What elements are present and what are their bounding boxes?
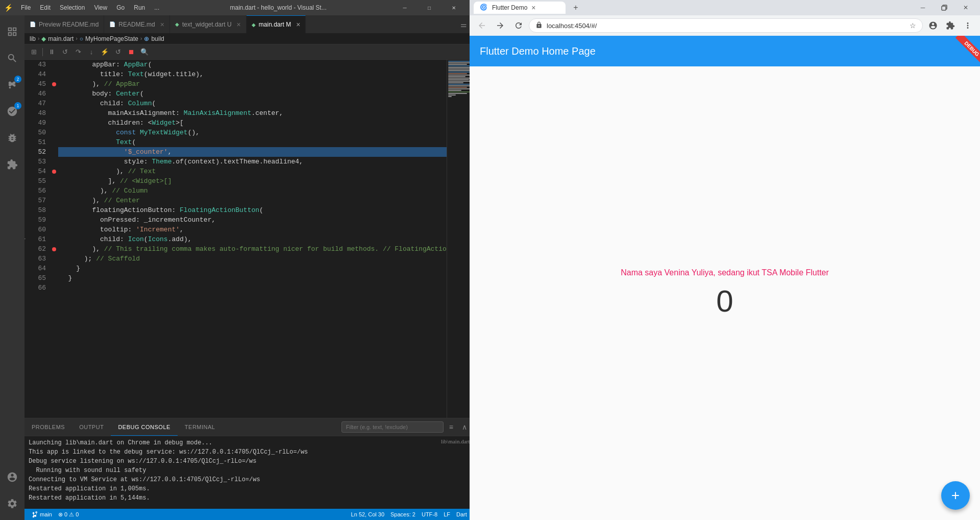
- browser-restore[interactable]: [934, 1, 954, 15]
- maximize-button[interactable]: □: [418, 0, 441, 15]
- restart-btn[interactable]: ↺: [59, 46, 71, 58]
- tab-preview-readme[interactable]: 📄 Preview README.md: [24, 15, 104, 33]
- editor-split-btn[interactable]: ⚌: [460, 20, 467, 29]
- tab-debug-console[interactable]: DEBUG CONSOLE: [111, 418, 177, 436]
- add-line-btn[interactable]: +: [24, 234, 26, 244]
- browser-nav: localhost:4504/#/ ☆: [470, 15, 980, 36]
- method-icon: ⊕: [144, 35, 149, 42]
- activity-accounts[interactable]: [0, 465, 24, 489]
- panel-list-view-btn[interactable]: ≡: [446, 421, 457, 433]
- activity-run-debug[interactable]: [0, 126, 24, 150]
- tab-close-readme[interactable]: ×: [160, 20, 164, 29]
- status-branch[interactable]: main: [29, 511, 55, 517]
- bookmark-icon[interactable]: ☆: [910, 21, 916, 30]
- status-ln-col[interactable]: Ln 52, Col 30: [348, 511, 387, 517]
- minimize-button[interactable]: ─: [393, 0, 416, 15]
- flutter-app-title: Flutter Demo Home Page: [480, 45, 596, 57]
- new-tab-button[interactable]: +: [569, 1, 583, 15]
- debug-console-content: Launching lib\main.dart on Chrome in deb…: [24, 436, 470, 509]
- tab-terminal[interactable]: TERMINAL: [178, 418, 223, 436]
- browser-close[interactable]: ✕: [955, 1, 976, 15]
- debug-split-btn[interactable]: ⊞: [28, 46, 40, 58]
- tab-close-text-widget[interactable]: ×: [237, 20, 241, 29]
- menu-file[interactable]: File: [17, 3, 35, 12]
- menu-edit[interactable]: Edit: [36, 3, 55, 12]
- status-spaces[interactable]: Spaces: 2: [387, 511, 419, 517]
- menu-run[interactable]: Run: [130, 3, 149, 12]
- flutter-body: Nama saya Venina Yuliya, sedang ikut TSA…: [470, 66, 980, 520]
- debug-toolbar: ⊞ ⏸ ↺ ↷ ↓ ⚡ ↺ ⏹ 🔍: [24, 44, 470, 60]
- breadcrumb-class[interactable]: ○ MyHomePageState: [80, 35, 138, 42]
- breadcrumb-file[interactable]: ◆ main.dart: [41, 35, 74, 42]
- status-language[interactable]: Dart: [453, 511, 470, 517]
- code-line-51: Text(: [58, 137, 447, 147]
- source-control-badge: 2: [14, 76, 21, 83]
- status-eol[interactable]: LF: [440, 511, 453, 517]
- code-line-55: ], // <Widget>[]: [58, 176, 447, 186]
- breakpoint-dot-45: [50, 79, 58, 89]
- flutter-fab[interactable]: +: [941, 481, 970, 510]
- breadcrumb-lib[interactable]: lib: [30, 35, 36, 42]
- bottom-panel: PROBLEMS OUTPUT DEBUG CONSOLE TERMINAL ≡…: [24, 418, 470, 520]
- console-line-6: Restarted application in 1,005ms.: [29, 484, 308, 493]
- menu-view[interactable]: View: [90, 3, 111, 12]
- activity-extensions[interactable]: [0, 152, 24, 177]
- status-errors[interactable]: ⊗ 0 ⚠ 0: [55, 511, 82, 518]
- code-editor: 43 44 45 46 47 48 49 50 51 52 53 54 55 5…: [24, 60, 470, 418]
- tab-text-widget[interactable]: ◆ text_widget.dart U ×: [170, 15, 247, 33]
- activity-bottom: [0, 465, 24, 520]
- tab-output[interactable]: OUTPUT: [72, 418, 111, 436]
- step-into-btn[interactable]: ↓: [85, 46, 97, 58]
- pause-btn[interactable]: ⏸: [45, 46, 58, 58]
- back-button[interactable]: [474, 17, 490, 34]
- flutter-favicon: 🌀: [480, 4, 488, 12]
- address-text: localhost:4504/#/: [547, 22, 905, 30]
- browser-minimize[interactable]: ─: [913, 1, 933, 15]
- menu-bar[interactable]: File Edit Selection View Go Run ...: [17, 3, 163, 12]
- menu-go[interactable]: Go: [112, 3, 129, 12]
- step-over-btn[interactable]: ↷: [72, 46, 84, 58]
- stop-btn[interactable]: ⏹: [125, 46, 137, 58]
- menu-selection[interactable]: Selection: [56, 3, 89, 12]
- debug-filter-input[interactable]: [341, 421, 444, 433]
- panel-tabs: PROBLEMS OUTPUT DEBUG CONSOLE TERMINAL ≡…: [24, 418, 470, 436]
- console-line-5: Connecting to VM Service at ws://127.0.0…: [29, 475, 308, 484]
- browser-tab-flutter[interactable]: 🌀 Flutter Demo ×: [474, 2, 566, 14]
- tab-main-dart[interactable]: ◆ main.dart M ×: [247, 15, 306, 33]
- hot-restart-btn[interactable]: ↺: [112, 46, 124, 58]
- activity-source-control[interactable]: 2: [0, 73, 24, 97]
- tab-close-main-dart[interactable]: ×: [296, 20, 300, 29]
- address-bar[interactable]: localhost:4504/#/ ☆: [529, 18, 923, 33]
- browser-menu-icon[interactable]: [960, 17, 976, 34]
- title-bar: ⚡ File Edit Selection View Go Run ... ma…: [0, 0, 470, 15]
- activity-search[interactable]: [0, 46, 24, 70]
- panel-collapse-btn[interactable]: ∧: [459, 421, 470, 433]
- code-line-47: child: Column(: [58, 99, 447, 108]
- tab-icon-text-widget: ◆: [175, 21, 179, 27]
- code-line-45: ), // AppBar: [58, 79, 447, 89]
- status-encoding[interactable]: UTF-8: [419, 511, 440, 517]
- tab-icon-readme: 📄: [109, 21, 115, 27]
- refresh-button[interactable]: [510, 17, 527, 34]
- activity-notifications[interactable]: 1: [0, 99, 24, 124]
- close-button[interactable]: ✕: [442, 0, 465, 15]
- code-line-57: ), // Center: [58, 196, 447, 205]
- debug-banner: [939, 36, 980, 77]
- activity-settings[interactable]: [0, 491, 24, 516]
- code-line-62: ), // This trailing comma makes auto-for…: [58, 244, 447, 254]
- inspect-btn[interactable]: 🔍: [138, 46, 151, 58]
- menu-more[interactable]: ...: [150, 3, 163, 12]
- window-buttons[interactable]: ─ □ ✕: [393, 0, 465, 15]
- code-content[interactable]: appBar: AppBar( title: Text(widget.title…: [58, 60, 447, 418]
- tab-problems[interactable]: PROBLEMS: [24, 418, 72, 436]
- activity-explorer[interactable]: [0, 19, 24, 44]
- breadcrumb-method[interactable]: ⊕ build: [144, 35, 164, 42]
- tab-readme[interactable]: 📄 README.md ×: [104, 15, 170, 33]
- hot-reload-btn[interactable]: ⚡: [99, 46, 111, 58]
- browser-extensions-icon[interactable]: [942, 17, 959, 34]
- profile-icon[interactable]: [925, 17, 941, 34]
- debug-right-info: lib\main.dart C>>: [441, 438, 470, 503]
- browser-tab-close[interactable]: ×: [531, 4, 535, 12]
- forward-button[interactable]: [492, 17, 508, 34]
- svg-rect-0: [942, 6, 946, 10]
